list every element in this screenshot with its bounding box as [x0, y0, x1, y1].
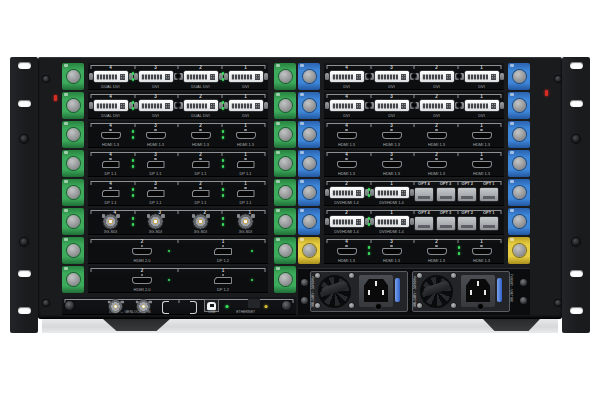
handle-thumbscrew [513, 244, 526, 257]
port-block: OPT 1 [465, 208, 513, 235]
port-screw [435, 129, 438, 132]
handle-column [62, 63, 84, 295]
port-screw [390, 245, 393, 248]
port-screw [109, 129, 112, 132]
port-opening [103, 162, 119, 167]
ear-mounting-hole [18, 307, 31, 314]
handle-label-mark [510, 238, 514, 241]
dvi-pin-grid [332, 190, 353, 196]
handle-label-mark [300, 64, 304, 67]
status-led-group [366, 179, 372, 206]
ear-mounting-hole [570, 62, 583, 69]
port-block: 2HDMI 2.0 [118, 237, 166, 264]
status-led-group [220, 63, 226, 90]
port-opening [383, 249, 401, 254]
dvi-analog-block [210, 74, 216, 80]
led-dot-green [132, 217, 135, 220]
port-opening [238, 162, 254, 167]
status-led-group [130, 63, 136, 90]
hdmi-port [472, 248, 492, 255]
dvi-jack-screw [325, 73, 329, 80]
psu-rating-text: 100-240V~ 50/60Hz [511, 274, 514, 302]
dvi-jack-screw [500, 102, 504, 109]
bnc-port [103, 214, 118, 229]
port-number: 4 [87, 95, 135, 100]
port-number: 2 [413, 153, 461, 158]
led-dot-green [222, 130, 225, 133]
dvi-analog-block [356, 74, 362, 80]
dvi-analog-block [491, 103, 497, 109]
hdmi-port [382, 248, 402, 255]
handle-label-mark [300, 151, 304, 154]
status-led-group [456, 92, 462, 119]
port-screw [141, 245, 144, 248]
bnc-lug [116, 214, 120, 218]
ejector-handle [62, 237, 84, 264]
bnc-lug [108, 300, 111, 303]
status-led-group [220, 92, 226, 119]
rack-ear-right [562, 57, 590, 333]
ejector-handle [274, 121, 296, 148]
dvi-body [139, 71, 173, 82]
led-dot-green [132, 188, 135, 191]
port-number: 4 [323, 153, 371, 158]
dvi-pin-grid [422, 74, 443, 80]
status-led-group [456, 237, 462, 264]
port-block: 1DVI [222, 63, 270, 90]
fan-screw [315, 303, 320, 308]
port-block: 1DP 1.2 [199, 266, 247, 293]
dp-port [102, 161, 120, 168]
port-number: 4 [323, 66, 371, 71]
hdmi-port [382, 161, 402, 168]
handle-thumbscrew [279, 215, 292, 228]
port-number: 4 [87, 182, 135, 187]
port-label: HDMI 1.3 [452, 172, 512, 176]
dvi-body [420, 71, 454, 82]
product-photo-video-wall-processor: 4DUAL DVI3DVI2DUAL DVI1DVI4DUAL DVI3DVI2… [0, 0, 600, 400]
led-dot-green [251, 279, 254, 282]
status-led-group [220, 208, 226, 235]
fan-screw [417, 273, 422, 278]
hdmi-port [236, 132, 256, 139]
card-slot-row: 4HDMI 1.33HDMI 1.32HDMI 1.31HDMI 1.3 [324, 237, 504, 264]
hdmi-port [427, 161, 447, 168]
led-dot-green [132, 72, 135, 75]
led-dot-green [168, 250, 171, 253]
handle-thumbscrew [303, 99, 316, 112]
dvi-port [325, 187, 369, 198]
handle-thumbscrew [303, 70, 316, 83]
led-dot-green [368, 252, 371, 255]
dvi-body [465, 71, 499, 82]
port-number: 2 [413, 240, 461, 245]
dvi-port [325, 100, 369, 111]
handle-label-mark [64, 238, 68, 241]
led-dot-green [222, 78, 225, 81]
port-screw [199, 158, 202, 161]
led-dot-green [222, 188, 225, 191]
card-slot-row: 4DP 1.13DP 1.12DP 1.11DP 1.1 [88, 179, 268, 206]
status-led-group [130, 150, 136, 177]
psu-module: 100-240V~ 50/60Hz [310, 271, 408, 312]
port-number: 4 [323, 95, 371, 100]
dvi-pin-grid [377, 219, 398, 225]
led-dot-green [251, 250, 254, 253]
port-label: DP 1.2 [193, 259, 253, 263]
hdmi-port [191, 132, 211, 139]
bnc-lug [237, 214, 241, 218]
port-opening [133, 249, 151, 254]
port-number: 3 [368, 66, 416, 71]
dvi-port [415, 100, 459, 111]
bnc-port [193, 214, 208, 229]
handle-label-mark [510, 151, 514, 154]
card-slot-row: 4DVI3DVI2DVI1DVI [324, 92, 504, 119]
dvi-port [89, 100, 133, 111]
dvi-port [134, 100, 178, 111]
inlet-pin [484, 290, 486, 295]
port-number: 2 [413, 124, 461, 129]
port-number: 1 [199, 240, 247, 245]
handle-thumbscrew [513, 215, 526, 228]
ejector-handle [274, 208, 296, 235]
led-dot-green [368, 223, 371, 226]
handle-thumbscrew [513, 70, 526, 83]
led-dot-green [368, 217, 371, 220]
